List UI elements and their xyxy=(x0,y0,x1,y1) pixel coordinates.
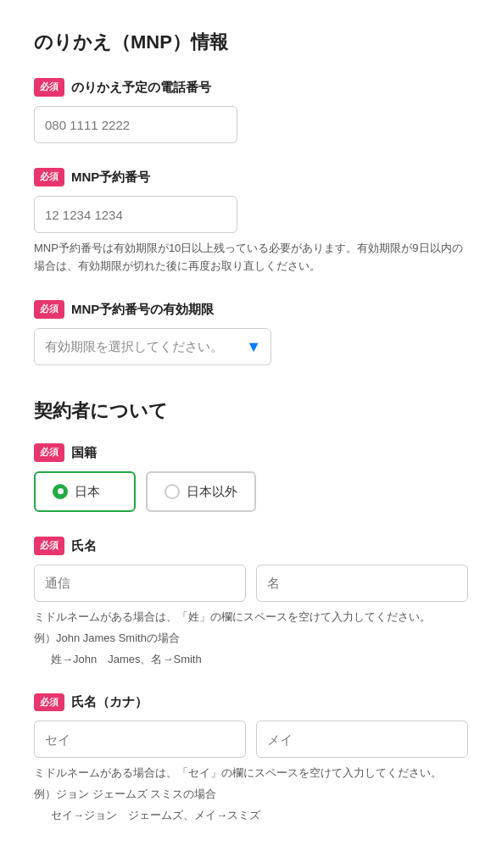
nationality-other-radio-dot xyxy=(165,484,180,499)
name-label: 氏名 xyxy=(71,536,97,556)
nationality-field-block: 必須 国籍 日本 日本以外 xyxy=(34,442,468,512)
mnp-expiry-field-block: 必須 MNP予約番号の有効期限 有効期限を選択してください。 ▼ xyxy=(34,299,468,365)
section2-title: 契約者について xyxy=(34,396,468,426)
section1-title: のりかえ（MNP）情報 xyxy=(34,27,468,57)
name-kana-field-block: 必須 氏名（カナ） ミドルネームがある場合は、「セイ」の欄にスペースを空けて入力… xyxy=(34,692,468,824)
mnp-expiry-select[interactable]: 有効期限を選択してください。 xyxy=(34,328,271,365)
name-kana-inputs-row xyxy=(34,721,468,758)
sei-input[interactable] xyxy=(34,565,246,602)
name-kana-label-row: 必須 氏名（カナ） xyxy=(34,692,468,712)
name-kana-label: 氏名（カナ） xyxy=(71,692,148,712)
phone-required-badge: 必須 xyxy=(34,78,64,97)
mei-input[interactable] xyxy=(256,565,468,602)
name-kana-helper2: 例）ジョン ジェームズ スミスの場合 xyxy=(34,786,468,804)
name-kana-helper1: ミドルネームがある場合は、「セイ」の欄にスペースを空けて入力してください。 xyxy=(34,765,468,782)
name-inputs-row xyxy=(34,565,468,602)
nationality-radio-group: 日本 日本以外 xyxy=(34,471,468,512)
mnp-number-required-badge: 必須 xyxy=(34,168,64,186)
mei-kana-input[interactable] xyxy=(256,721,468,758)
phone-field-block: 必須 のりかえ予定の電話番号 xyxy=(34,77,468,143)
phone-input[interactable] xyxy=(34,106,237,143)
mnp-expiry-label: MNP予約番号の有効期限 xyxy=(71,299,214,320)
name-helper3: 姓→John James、名→Smith xyxy=(51,651,468,669)
mnp-expiry-select-wrapper: 有効期限を選択してください。 ▼ xyxy=(34,328,271,365)
name-helper1: ミドルネームがある場合は、「姓」の欄にスペースを空けて入力してください。 xyxy=(34,609,468,626)
mnp-number-helper: MNP予約番号は有効期限が10日以上残っている必要があります。有効期限が9日以内… xyxy=(34,240,468,275)
name-helper2: 例）John James Smithの場合 xyxy=(34,630,468,648)
name-label-row: 必須 氏名 xyxy=(34,536,468,556)
nationality-other-label: 日本以外 xyxy=(187,481,237,502)
phone-label: のりかえ予定の電話番号 xyxy=(71,77,211,97)
mnp-number-label-row: 必須 MNP予約番号 xyxy=(34,167,468,187)
sei-kana-input[interactable] xyxy=(34,721,246,758)
nationality-japan-label: 日本 xyxy=(75,481,100,502)
name-kana-helper3: セイ→ジョン ジェームズ、メイ→スミズ xyxy=(51,807,468,825)
nationality-label: 国籍 xyxy=(71,442,97,463)
mnp-number-input[interactable] xyxy=(34,196,237,233)
mnp-number-field-block: 必須 MNP予約番号 MNP予約番号は有効期限が10日以上残っている必要がありま… xyxy=(34,167,468,275)
name-kana-required-badge: 必須 xyxy=(34,693,64,712)
nationality-required-badge: 必須 xyxy=(34,443,64,462)
nationality-label-row: 必須 国籍 xyxy=(34,442,468,463)
mnp-number-label: MNP予約番号 xyxy=(71,167,150,187)
name-field-block: 必須 氏名 ミドルネームがある場合は、「姓」の欄にスペースを空けて入力してくださ… xyxy=(34,536,468,668)
phone-label-row: 必須 のりかえ予定の電話番号 xyxy=(34,77,468,97)
mnp-expiry-label-row: 必須 MNP予約番号の有効期限 xyxy=(34,299,468,320)
nationality-other-option[interactable]: 日本以外 xyxy=(146,471,256,512)
mnp-expiry-required-badge: 必須 xyxy=(34,300,64,319)
nationality-japan-option[interactable]: 日本 xyxy=(34,471,136,512)
name-required-badge: 必須 xyxy=(34,537,64,555)
nationality-japan-radio-dot xyxy=(53,484,68,499)
